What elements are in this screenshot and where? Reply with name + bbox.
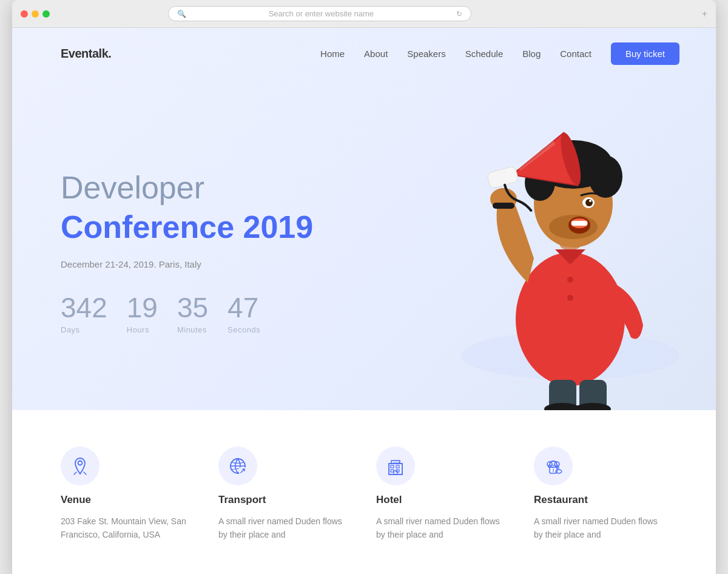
- nav-home[interactable]: Home: [320, 49, 345, 59]
- hero-right: [399, 28, 716, 410]
- svg-point-20: [567, 277, 573, 283]
- svg-point-1: [516, 252, 625, 386]
- countdown: 342 Days 19 Hours 35 Minutes 47: [61, 294, 363, 334]
- svg-point-21: [567, 295, 573, 301]
- refresh-icon[interactable]: ↻: [456, 10, 462, 18]
- restaurant-icon-bg: [534, 447, 573, 485]
- maximize-button[interactable]: [42, 10, 50, 18]
- nav-schedule[interactable]: Schedule: [465, 49, 504, 59]
- feature-transport: Transport A small river named Duden flow…: [218, 447, 352, 542]
- restaurant-title: Restaurant: [534, 494, 588, 506]
- hero-date: December 21-24, 2019. Paris, Italy: [61, 259, 363, 269]
- hero-illustration: [443, 64, 698, 410]
- nav-about[interactable]: About: [364, 49, 388, 59]
- close-button[interactable]: [21, 10, 28, 18]
- hotel-icon-bg: HOTEL: [376, 447, 415, 485]
- svg-point-26: [78, 461, 83, 465]
- days-label: Days: [61, 325, 80, 334]
- minimize-button[interactable]: [32, 10, 39, 18]
- features-section: Venue 203 Fake St. Mountain View, San Fr…: [12, 410, 716, 574]
- svg-rect-34: [396, 465, 399, 468]
- transport-icon-bg: [218, 447, 257, 485]
- countdown-seconds: 47 Seconds: [228, 294, 260, 334]
- transport-desc: A small river named Duden flows by their…: [218, 515, 352, 542]
- svg-rect-37: [394, 471, 397, 474]
- svg-rect-33: [391, 465, 394, 468]
- days-value: 342: [61, 294, 107, 322]
- buy-ticket-button[interactable]: Buy ticket: [611, 42, 679, 65]
- navbar: Eventalk. Home About Speakers Schedule B…: [12, 28, 716, 79]
- address-bar[interactable]: 🔍 Search or enter website name ↻: [168, 6, 471, 21]
- hero-text: Developer Conference 2019 December 21-24…: [61, 171, 363, 334]
- logo-suffix: talk.: [89, 47, 112, 60]
- address-text: Search or enter website name: [190, 9, 453, 18]
- browser-traffic-lights: [21, 10, 50, 18]
- transport-title: Transport: [218, 494, 266, 506]
- nav-speakers[interactable]: Speakers: [407, 49, 445, 59]
- browser-chrome: 🔍 Search or enter website name ↻ +: [12, 0, 716, 28]
- hero-title-light: Developer: [61, 171, 363, 205]
- svg-point-13: [589, 200, 592, 202]
- venue-icon-bg: [61, 447, 99, 485]
- hours-label: Hours: [127, 325, 149, 334]
- site-content: Eventalk. Home About Speakers Schedule B…: [12, 28, 716, 574]
- hotel-title: Hotel: [376, 494, 402, 506]
- hero-title-bold: Conference 2019: [61, 210, 363, 245]
- logo-prefix: Even: [61, 47, 89, 60]
- hotel-desc: A small river named Duden flows by their…: [376, 515, 510, 542]
- nav-contact[interactable]: Contact: [560, 49, 592, 59]
- feature-venue: Venue 203 Fake St. Mountain View, San Fr…: [61, 447, 194, 542]
- browser-window: 🔍 Search or enter website name ↻ + Event…: [12, 0, 716, 574]
- venue-title: Venue: [61, 494, 91, 506]
- countdown-minutes: 35 Minutes: [177, 294, 208, 334]
- countdown-days: 342 Days: [61, 294, 107, 334]
- logo[interactable]: Eventalk.: [61, 47, 111, 61]
- expand-icon[interactable]: +: [702, 8, 707, 19]
- svg-rect-10: [571, 221, 587, 226]
- hours-value: 19: [127, 294, 158, 322]
- hero-section: Eventalk. Home About Speakers Schedule B…: [12, 28, 716, 410]
- minutes-value: 35: [177, 294, 208, 322]
- search-icon: 🔍: [177, 10, 186, 18]
- restaurant-desc: A small river named Duden flows by their…: [534, 515, 667, 542]
- seconds-label: Seconds: [228, 325, 260, 334]
- location-icon: [70, 456, 90, 476]
- chef-icon: [544, 456, 563, 476]
- globe-icon: [228, 456, 248, 476]
- svg-point-12: [585, 199, 593, 206]
- venue-desc: 203 Fake St. Mountain View, San Francisc…: [61, 515, 194, 542]
- hotel-icon: HOTEL: [386, 456, 405, 476]
- hero-left: Developer Conference 2019 December 21-24…: [12, 28, 399, 410]
- svg-rect-35: [391, 470, 394, 472]
- minutes-label: Minutes: [177, 325, 207, 334]
- countdown-hours: 19 Hours: [127, 294, 158, 334]
- svg-point-5: [588, 155, 622, 198]
- nav-blog[interactable]: Blog: [522, 49, 541, 59]
- seconds-value: 47: [228, 294, 258, 322]
- nav-links: Home About Speakers Schedule Blog Contac…: [320, 42, 679, 65]
- feature-hotel: HOTEL Hotel A small river named Duden fl…: [376, 447, 510, 542]
- svg-text:HOTEL: HOTEL: [393, 461, 402, 464]
- svg-rect-15: [493, 203, 514, 209]
- feature-restaurant: Restaurant A small river named Duden flo…: [534, 447, 667, 542]
